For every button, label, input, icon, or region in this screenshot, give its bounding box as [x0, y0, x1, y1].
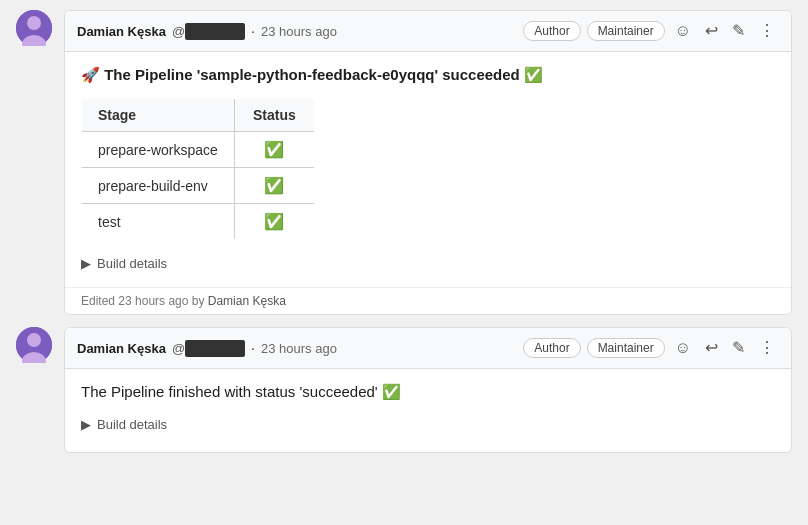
more-button-1[interactable]: ⋮ [755, 19, 779, 43]
status-cell-3: ✅ [234, 204, 314, 240]
comment-1-dot: · [251, 23, 255, 39]
build-details-label-1: Build details [97, 256, 167, 271]
build-details-toggle-1[interactable]: ▶ Build details [81, 254, 775, 273]
svg-point-4 [27, 333, 41, 347]
comment-2-time: 23 hours ago [261, 341, 337, 356]
check-icon-1: ✅ [264, 141, 284, 158]
comment-2-title: The Pipeline finished with status 'succe… [81, 383, 775, 401]
check-icon-2: ✅ [264, 177, 284, 194]
username-redacted [185, 23, 245, 40]
table-header-stage: Stage [82, 99, 235, 132]
comment-2-author: Damian Kęska [77, 341, 166, 356]
avatar-2 [16, 327, 52, 363]
table-row: prepare-workspace ✅ [82, 132, 315, 168]
comment-2-body: The Pipeline finished with status 'succe… [65, 369, 791, 452]
table-row: test ✅ [82, 204, 315, 240]
comment-1-username: @ [172, 23, 245, 40]
emoji-button-1[interactable]: ☺ [671, 19, 695, 43]
comment-1-title: 🚀 The Pipeline 'sample-python-feedback-e… [81, 66, 775, 84]
build-details-label-2: Build details [97, 417, 167, 432]
comment-1: Damian Kęska @ · 23 hours ago Author Mai… [16, 10, 792, 315]
emoji-button-2[interactable]: ☺ [671, 336, 695, 360]
reply-button-1[interactable]: ↩ [701, 19, 722, 43]
table-row: prepare-build-env ✅ [82, 168, 315, 204]
edit-button-2[interactable]: ✎ [728, 336, 749, 360]
stage-cell-2: prepare-build-env [82, 168, 235, 204]
stage-cell-1: prepare-workspace [82, 132, 235, 168]
build-details-toggle-2[interactable]: ▶ Build details [81, 415, 775, 434]
edit-button-1[interactable]: ✎ [728, 19, 749, 43]
username-redacted-2 [185, 340, 245, 357]
more-button-2[interactable]: ⋮ [755, 336, 779, 360]
maintainer-badge-1: Maintainer [587, 21, 665, 41]
stage-cell-3: test [82, 204, 235, 240]
comment-2-dot: · [251, 340, 255, 356]
comment-1-header: Damian Kęska @ · 23 hours ago Author Mai… [65, 11, 791, 52]
status-cell-1: ✅ [234, 132, 314, 168]
comments-container: Damian Kęska @ · 23 hours ago Author Mai… [0, 0, 808, 463]
author-badge-2: Author [523, 338, 580, 358]
triangle-icon-2: ▶ [81, 417, 91, 432]
comment-1-author: Damian Kęska [77, 24, 166, 39]
status-cell-2: ✅ [234, 168, 314, 204]
comment-1-time: 23 hours ago [261, 24, 337, 39]
at-symbol-2: @ [172, 341, 185, 356]
at-symbol: @ [172, 24, 185, 39]
comment-2-content: Damian Kęska @ · 23 hours ago Author Mai… [64, 327, 792, 453]
reply-button-2[interactable]: ↩ [701, 336, 722, 360]
comment-1-body: 🚀 The Pipeline 'sample-python-feedback-e… [65, 52, 791, 287]
comment-1-actions: Author Maintainer ☺ ↩ ✎ ⋮ [523, 19, 779, 43]
triangle-icon-1: ▶ [81, 256, 91, 271]
comment-2-header: Damian Kęska @ · 23 hours ago Author Mai… [65, 328, 791, 369]
check-icon-3: ✅ [264, 213, 284, 230]
pipeline-table: Stage Status prepare-workspace ✅ prepare… [81, 98, 315, 240]
svg-point-1 [27, 16, 41, 30]
comment-1-footer: Edited 23 hours ago by Damian Kęska [65, 287, 791, 314]
avatar [16, 10, 52, 46]
table-header-status: Status [234, 99, 314, 132]
comment-2-actions: Author Maintainer ☺ ↩ ✎ ⋮ [523, 336, 779, 360]
edited-label: Edited 23 hours ago by [81, 294, 204, 308]
author-badge-1: Author [523, 21, 580, 41]
comment-2-username: @ [172, 340, 245, 357]
maintainer-badge-2: Maintainer [587, 338, 665, 358]
comment-2: Damian Kęska @ · 23 hours ago Author Mai… [16, 327, 792, 453]
comment-1-content: Damian Kęska @ · 23 hours ago Author Mai… [64, 10, 792, 315]
footer-author-link-1[interactable]: Damian Kęska [208, 294, 286, 308]
